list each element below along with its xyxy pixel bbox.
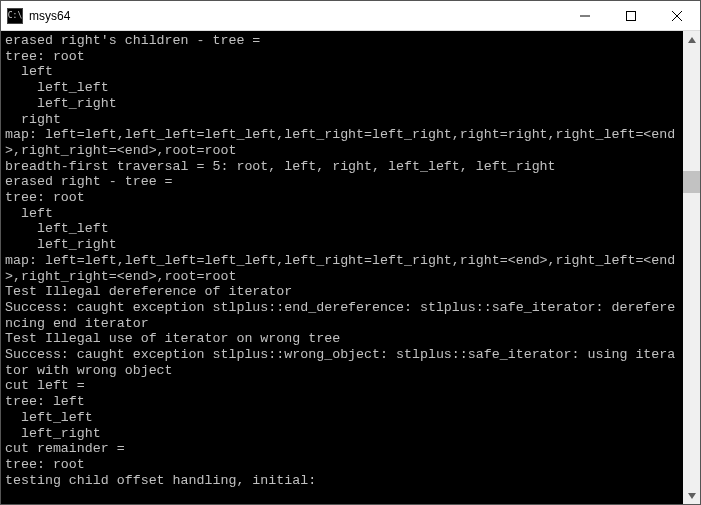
minimize-button[interactable] [562, 1, 608, 30]
close-icon [672, 11, 682, 21]
window-controls [562, 1, 700, 30]
maximize-icon [626, 11, 636, 21]
scroll-up-button[interactable] [683, 31, 700, 48]
chevron-down-icon [688, 493, 696, 499]
close-button[interactable] [654, 1, 700, 30]
window-title: msys64 [29, 9, 562, 23]
svg-rect-1 [627, 11, 636, 20]
maximize-button[interactable] [608, 1, 654, 30]
client-area: erased right's children - tree = tree: r… [1, 31, 700, 504]
minimize-icon [580, 11, 590, 21]
window-titlebar: C:\ msys64 [1, 1, 700, 31]
chevron-up-icon [688, 37, 696, 43]
scrollbar-thumb[interactable] [683, 171, 700, 193]
terminal-output[interactable]: erased right's children - tree = tree: r… [1, 31, 683, 504]
scroll-down-button[interactable] [683, 487, 700, 504]
vertical-scrollbar[interactable] [683, 31, 700, 504]
app-icon-glyph: C:\ [8, 12, 22, 20]
app-icon: C:\ [7, 8, 23, 24]
scrollbar-track[interactable] [683, 48, 700, 487]
